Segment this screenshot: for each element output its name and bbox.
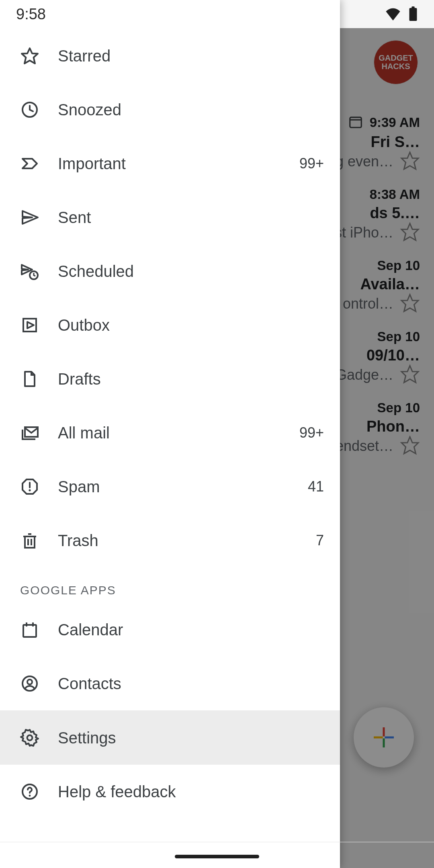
drawer-item-label: Starred xyxy=(58,47,324,65)
drawer-item-label: Drafts xyxy=(58,370,324,388)
star-icon xyxy=(20,46,58,66)
drawer-item-label: Help & feedback xyxy=(58,783,324,801)
svg-point-22 xyxy=(29,489,31,491)
svg-marker-18 xyxy=(27,322,34,328)
important-icon xyxy=(20,154,58,173)
trash-icon xyxy=(20,531,58,550)
drawer-item-count: 99+ xyxy=(299,424,324,441)
drawer-item-label: Outbox xyxy=(58,316,324,334)
svg-rect-23 xyxy=(25,536,35,548)
drawer-item-label: Scheduled xyxy=(58,262,324,280)
drawer-item-sent[interactable]: Sent xyxy=(0,190,340,244)
svg-marker-14 xyxy=(23,211,38,224)
drawer-item-label: Sent xyxy=(58,209,324,227)
bottom-divider xyxy=(0,842,434,842)
svg-rect-28 xyxy=(23,625,36,637)
svg-rect-37 xyxy=(411,6,415,8)
drawer-item-label: Snoozed xyxy=(58,101,324,119)
drawer-item-count: 41 xyxy=(308,478,324,495)
wifi-icon xyxy=(385,8,401,20)
drawer-item-contacts[interactable]: Contacts xyxy=(0,657,340,710)
drawer-item-label: All mail xyxy=(58,424,299,442)
drawer-item-important[interactable]: Important 99+ xyxy=(0,137,340,190)
drawer-item-starred[interactable]: Starred xyxy=(0,29,340,83)
drawer-item-help[interactable]: Help & feedback xyxy=(0,765,340,819)
drawer-item-trash[interactable]: Trash 7 xyxy=(0,514,340,567)
svg-marker-13 xyxy=(23,159,37,168)
clock-icon xyxy=(20,100,58,119)
section-header-google-apps: GOOGLE APPS xyxy=(0,567,340,603)
drawer-item-label: Important xyxy=(58,155,299,173)
svg-point-35 xyxy=(29,795,31,797)
drawer-item-label: Contacts xyxy=(58,675,324,693)
all-mail-icon xyxy=(20,423,58,442)
person-icon xyxy=(20,674,58,693)
drawer-item-allmail[interactable]: All mail 99+ xyxy=(0,406,340,460)
drawer-item-count: 99+ xyxy=(299,155,324,172)
drawer-item-scheduled[interactable]: Scheduled xyxy=(0,244,340,298)
drawer-item-label: Calendar xyxy=(58,621,324,639)
battery-icon xyxy=(408,6,418,22)
svg-point-33 xyxy=(27,735,33,741)
help-icon xyxy=(20,782,58,801)
drawer-item-label: Spam xyxy=(58,478,308,496)
drawer-item-label: Settings xyxy=(58,729,324,747)
drawer-item-outbox[interactable]: Outbox xyxy=(0,298,340,352)
drawer-item-snoozed[interactable]: Snoozed xyxy=(0,83,340,137)
schedule-send-icon xyxy=(20,262,58,281)
status-time: 9:58 xyxy=(16,6,46,23)
drawer-item-calendar[interactable]: Calendar xyxy=(0,603,340,657)
drawer-item-label: Trash xyxy=(58,532,316,550)
nav-handle[interactable] xyxy=(175,855,259,858)
svg-rect-36 xyxy=(409,8,417,21)
status-bar: 9:58 xyxy=(0,0,434,28)
drawer-item-settings[interactable]: Settings xyxy=(0,711,340,765)
svg-point-32 xyxy=(27,680,32,684)
gear-icon xyxy=(20,728,58,747)
calendar-icon xyxy=(20,620,58,639)
spam-icon xyxy=(20,477,58,496)
svg-marker-11 xyxy=(22,48,38,63)
drawer-item-count: 7 xyxy=(316,532,324,549)
send-icon xyxy=(20,208,58,227)
drawer-item-drafts[interactable]: Drafts xyxy=(0,352,340,406)
navigation-drawer: Starred Snoozed Important 99+ Sent xyxy=(0,0,340,868)
outbox-icon xyxy=(20,315,58,335)
drawer-item-spam[interactable]: Spam 41 xyxy=(0,460,340,514)
file-icon xyxy=(20,369,58,389)
